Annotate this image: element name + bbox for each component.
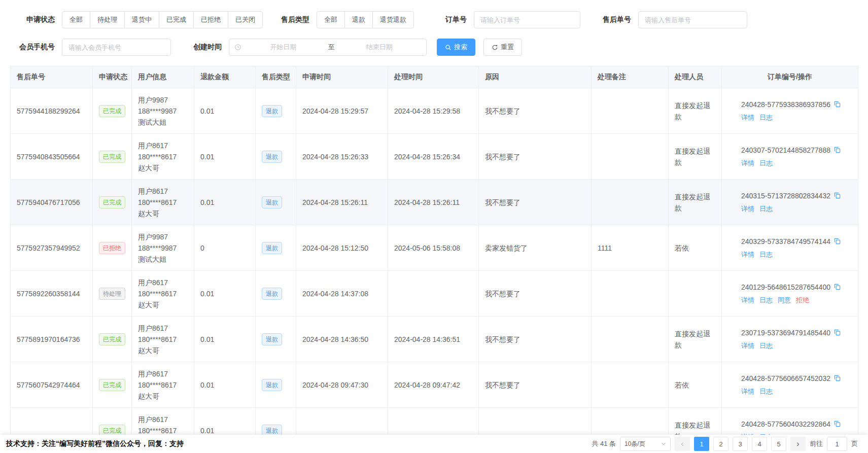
cell-type: 退款 <box>256 225 296 271</box>
table-row: 5775892260358144 待处理 用户8617180****8617赵大… <box>11 271 858 317</box>
aftersale-type-refund-button[interactable]: 退款 <box>344 11 373 28</box>
page-button-5[interactable]: 5 <box>771 437 786 451</box>
log-link[interactable]: 日志 <box>759 158 773 169</box>
cell-order-operation: 240129-5648615287654400 详情日志同意拒绝 <box>722 271 858 317</box>
end-date-placeholder: 结束日期 <box>338 43 422 52</box>
detail-link[interactable]: 详情 <box>741 340 754 352</box>
type-badge: 退款 <box>262 242 282 254</box>
type-badge: 退款 <box>262 196 282 208</box>
order-no-input[interactable] <box>474 11 580 28</box>
detail-link[interactable]: 详情 <box>741 112 754 123</box>
apply-status-closed-button[interactable]: 已关闭 <box>228 11 263 28</box>
cell-status: 已完成 <box>93 362 132 408</box>
date-separator: 至 <box>325 43 338 52</box>
prev-page-button[interactable]: ‹ <box>675 437 690 451</box>
page-size-select[interactable]: 10条/页 <box>620 437 671 451</box>
cell-remark <box>592 134 669 180</box>
cell-type: 退款 <box>256 271 296 317</box>
aftersale-table: 售后单号 申请状态 用户信息 退款金额 售后类型 申请时间 处理时间 原因 处理… <box>10 66 858 453</box>
cell-order-operation: 240428-5775606657452032 详情日志 <box>722 362 858 408</box>
cell-type: 退款 <box>256 362 296 408</box>
copy-icon[interactable] <box>834 374 841 382</box>
copy-icon[interactable] <box>834 329 841 336</box>
cell-status: 已完成 <box>93 180 132 225</box>
filter-panel: 申请状态 全部 待处理 退货中 已完成 已拒绝 已关闭 售后类型 全部 退款 退… <box>0 0 868 56</box>
chevron-down-icon <box>661 441 666 446</box>
cell-user-info: 用户9987188****9987测试大姐 <box>132 88 194 134</box>
apply-status-all-button[interactable]: 全部 <box>62 11 90 28</box>
page-button-3[interactable]: 3 <box>733 437 748 451</box>
order-no: 240329-5733784749574144 <box>741 236 830 247</box>
cell-reason: 我不想要了 <box>479 362 592 408</box>
col-apply-time: 申请时间 <box>296 66 388 88</box>
cell-handler: 直接发起退款 <box>669 317 722 362</box>
goto-label: 前往 <box>810 439 823 448</box>
cell-user-info: 用户8617180****8617赵大哥 <box>132 180 194 225</box>
cell-user-info: 用户8617180****8617赵大哥 <box>132 271 194 317</box>
detail-link[interactable]: 详情 <box>741 249 754 260</box>
copy-icon[interactable] <box>834 283 841 291</box>
type-badge: 退款 <box>262 105 282 117</box>
log-link[interactable]: 日志 <box>759 340 773 352</box>
cell-apply-time: 2024-04-28 15:12:50 <box>296 225 388 271</box>
member-phone-label: 会员手机号 <box>10 43 55 52</box>
aftersale-management-page: 申请状态 全部 待处理 退货中 已完成 已拒绝 已关闭 售后类型 全部 退款 退… <box>0 0 868 453</box>
cell-user-info: 用户8617180****8617赵大哥 <box>132 134 194 180</box>
cell-handler: 直接发起退款 <box>669 88 722 134</box>
apply-status-pending-button[interactable]: 待处理 <box>90 11 125 28</box>
page-button-4[interactable]: 4 <box>752 437 767 451</box>
detail-link[interactable]: 详情 <box>741 158 754 169</box>
col-order-operation: 订单编号/操作 <box>722 66 858 88</box>
copy-icon[interactable] <box>834 237 841 245</box>
col-reason: 原因 <box>479 66 592 88</box>
cell-aftersale-no: 5775940843505664 <box>11 134 93 180</box>
cell-type: 退款 <box>256 134 296 180</box>
reject-link[interactable]: 拒绝 <box>796 295 809 306</box>
apply-status-completed-button[interactable]: 已完成 <box>159 11 194 28</box>
copy-icon[interactable] <box>834 146 841 154</box>
apply-status-rejected-button[interactable]: 已拒绝 <box>193 11 228 28</box>
copy-icon[interactable] <box>834 192 841 199</box>
cell-remark <box>592 180 669 225</box>
log-link[interactable]: 日志 <box>759 112 773 123</box>
detail-link[interactable]: 详情 <box>741 386 754 397</box>
cell-apply-time: 2024-04-28 15:26:11 <box>296 180 388 225</box>
order-no: 240307-5702144858277888 <box>741 145 830 156</box>
create-time-label: 创建时间 <box>193 43 222 52</box>
log-link[interactable]: 日志 <box>759 203 773 215</box>
cell-handler: 直接发起退款 <box>669 134 722 180</box>
aftersale-no-input[interactable] <box>638 11 747 28</box>
log-link[interactable]: 日志 <box>759 249 773 260</box>
aftersale-type-return-refund-button[interactable]: 退货退款 <box>372 11 414 28</box>
type-badge: 退款 <box>262 379 282 391</box>
cell-handler: 若依 <box>669 362 722 408</box>
cell-apply-time: 2024-04-28 14:37:08 <box>296 271 388 317</box>
page-button-2[interactable]: 2 <box>713 437 728 451</box>
cell-status: 待处理 <box>93 271 132 317</box>
cell-handle-time: 2024-04-28 15:26:11 <box>388 180 479 225</box>
detail-link[interactable]: 详情 <box>741 203 754 215</box>
order-no-label: 订单号 <box>445 15 467 24</box>
order-no: 240315-5713728802834432 <box>741 190 830 201</box>
detail-link[interactable]: 详情 <box>741 295 754 306</box>
search-button[interactable]: 搜索 <box>437 39 475 56</box>
member-phone-input[interactable] <box>62 39 171 56</box>
cell-status: 已完成 <box>93 88 132 134</box>
log-link[interactable]: 日志 <box>759 386 773 397</box>
next-page-button[interactable]: › <box>790 437 806 451</box>
create-time-range-picker[interactable]: 开始日期 至 结束日期 <box>229 39 427 56</box>
copy-icon[interactable] <box>834 100 841 108</box>
cell-apply-time: 2024-04-28 14:36:50 <box>296 317 388 362</box>
goto-page-input[interactable] <box>827 437 847 451</box>
refresh-icon <box>492 44 498 51</box>
reset-button[interactable]: 重置 <box>483 39 522 56</box>
aftersale-type-all-button[interactable]: 全部 <box>317 11 345 28</box>
apply-status-returning-button[interactable]: 退货中 <box>124 11 159 28</box>
agree-link[interactable]: 同意 <box>778 295 791 306</box>
copy-icon[interactable] <box>834 420 841 428</box>
status-badge: 已完成 <box>99 379 125 391</box>
cell-user-info: 用户9987188****9987测试大姐 <box>132 225 194 271</box>
log-link[interactable]: 日志 <box>759 295 773 306</box>
page-button-1[interactable]: 1 <box>694 437 709 451</box>
cell-handle-time: 2024-04-28 09:47:42 <box>388 362 479 408</box>
